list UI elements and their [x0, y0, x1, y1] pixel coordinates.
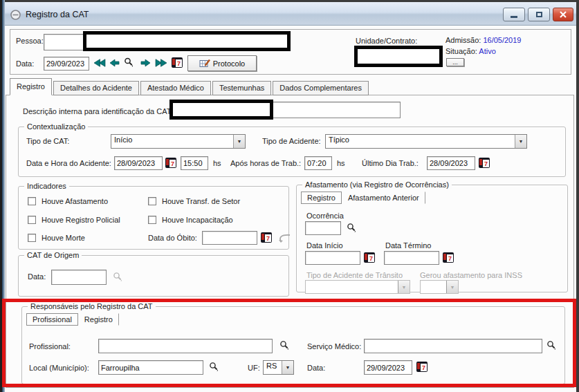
local-municipio-label: Local (Município): — [29, 364, 89, 372]
calendar-red-stripe — [365, 254, 367, 260]
data-obito-label: Data do Óbito: — [148, 234, 197, 242]
ultimo-dia-calendar-icon[interactable]: 7 — [479, 158, 490, 168]
nav-next-icon[interactable] — [140, 58, 151, 68]
pessoa-redaction-box — [83, 31, 291, 51]
data-acidente-input[interactable]: 28/09/2023 — [114, 156, 163, 170]
data-label: Data: — [16, 59, 34, 68]
data-termino-input[interactable] — [384, 251, 439, 265]
tipo-acidente-select[interactable]: Típico ▼ — [325, 134, 527, 149]
tipo-acidente-label: Tipo de Acidente: — [262, 137, 321, 145]
situacao-line: Situação: Ativo — [445, 47, 496, 55]
gerou-inss-select: ▼ — [420, 280, 459, 294]
afastamento-title: Afastamento (via Registro de Ocorrências… — [302, 180, 452, 189]
responsaveis-calendar-icon[interactable]: 7 — [416, 362, 428, 372]
indicadores-title: Indicadores — [24, 182, 69, 190]
nav-search-icon[interactable] — [124, 57, 134, 67]
close-button[interactable] — [553, 8, 573, 21]
hora-acidente-input[interactable]: 15:50 — [181, 156, 208, 170]
nav-last-icon[interactable] — [155, 58, 167, 68]
cat-origem-search-icon[interactable] — [113, 272, 123, 282]
app-icon[interactable] — [10, 9, 21, 21]
apos-horas-input[interactable]: 07:20 — [304, 156, 332, 170]
uf-label: UF: — [248, 364, 260, 372]
cat-origem-data-label: Data: — [28, 272, 46, 281]
responsaveis-tab-strip: Profissional Registro — [26, 311, 119, 326]
title-bar: Registro da CAT — [0, 0, 579, 26]
chevron-down-icon: ▼ — [515, 135, 526, 148]
cat-origem-title: CAT de Origem — [24, 251, 82, 259]
houve-incapacitacao-label: Houve Incapacitação — [162, 216, 233, 224]
calendar-page-glyph: 7 — [176, 59, 182, 67]
unidade-more-button[interactable]: ... — [446, 58, 464, 66]
responsaveis-groupbox: Responsáveis pelo Registro da CAT Profis… — [21, 306, 565, 384]
data-obito-input[interactable] — [202, 231, 257, 245]
responsaveis-tab-registro[interactable]: Registro — [78, 313, 119, 326]
responsaveis-data-input[interactable]: 29/09/2023 — [364, 360, 412, 375]
maximize-button[interactable] — [528, 8, 550, 21]
pessoa-code-input[interactable] — [44, 34, 84, 50]
data-input[interactable]: 29/09/2023 — [44, 57, 89, 71]
minimize-button[interactable] — [503, 8, 525, 21]
data-inicio-input[interactable] — [305, 251, 360, 265]
uf-value: RS — [264, 361, 282, 374]
houve-afastamento-checkbox[interactable] — [28, 197, 36, 205]
cat-origem-groupbox: CAT de Origem Data: — [18, 255, 289, 297]
responsaveis-title: Responsáveis pelo Registro da CAT — [28, 302, 156, 310]
tab-registro[interactable]: Registro — [10, 78, 52, 95]
tab-detalhes-do-acidente[interactable]: Detalhes do Acidente — [53, 81, 139, 95]
tipo-cat-select[interactable]: Início ▼ — [111, 134, 246, 149]
houve-registro-policial-checkbox[interactable] — [28, 216, 36, 224]
situacao-label: Situação: — [445, 47, 477, 55]
tipo-transito-value — [306, 281, 398, 293]
window-right-border — [576, 0, 579, 392]
calendar-page-glyph: 7 — [368, 254, 374, 262]
houve-morte-checkbox[interactable] — [28, 234, 36, 242]
tab-dados-complementares[interactable]: Dados Complementares — [273, 81, 369, 95]
servico-medico-search-icon[interactable] — [546, 340, 557, 351]
chevron-down-icon: ▼ — [233, 135, 245, 148]
unidade-redaction-box — [354, 46, 443, 67]
calendar-page-glyph: 7 — [483, 160, 489, 167]
uf-select[interactable]: RS ▼ — [263, 360, 294, 375]
hs-label: hs — [337, 159, 345, 167]
cat-origem-data-input[interactable] — [51, 270, 107, 285]
ocorrencia-search-icon[interactable] — [347, 223, 357, 233]
afastamento-tab-anterior[interactable]: Afastamento Anterior — [342, 192, 425, 204]
nav-previous-icon[interactable] — [109, 58, 120, 68]
hs-label: hs — [213, 159, 221, 167]
tab-atestado-medico[interactable]: Atestado Médico — [140, 81, 211, 95]
calendar-red-stripe — [417, 363, 420, 369]
calendar-page-glyph: 7 — [421, 364, 427, 371]
header-panel: Pessoa: Data: 29/09/2023 7 — [10, 29, 571, 75]
tab-testemunhas[interactable]: Testemunhas — [212, 81, 271, 95]
data-termino-calendar-icon[interactable]: 7 — [443, 252, 454, 263]
houve-incapacitacao-checkbox[interactable] — [148, 216, 156, 224]
ocorrencia-label: Ocorrência — [306, 212, 344, 220]
contextualizacao-title: Contextualização — [24, 122, 88, 131]
servico-medico-input[interactable] — [364, 339, 542, 353]
ultimo-dia-input[interactable]: 28/09/2023 — [427, 156, 475, 170]
houve-transf-setor-checkbox[interactable] — [148, 197, 156, 205]
data-inicio-calendar-icon[interactable]: 7 — [364, 252, 375, 263]
nav-first-icon[interactable] — [93, 58, 106, 68]
profissional-input[interactable] — [98, 339, 273, 353]
protocolo-button[interactable]: Protocolo — [187, 55, 257, 71]
local-search-icon[interactable] — [209, 362, 219, 372]
profissional-search-icon[interactable] — [279, 340, 290, 351]
situacao-value: Ativo — [479, 47, 495, 55]
data-obito-calendar-icon[interactable]: 7 — [261, 232, 272, 243]
unidade-contrato-label: Unidade/Contrato: — [356, 37, 417, 45]
responsaveis-tab-profissional[interactable]: Profissional — [26, 313, 78, 326]
data-calendar-icon[interactable]: 7 — [172, 57, 183, 68]
tipo-acidente-value: Típico — [326, 135, 515, 148]
registro-tab-page: Descrição interna para identificação da … — [6, 95, 574, 388]
data-acidente-calendar-icon[interactable]: 7 — [165, 158, 176, 168]
afastamento-tab-registro[interactable]: Registro — [301, 192, 342, 204]
maximize-icon — [536, 12, 542, 17]
protocolo-icon — [199, 59, 210, 68]
ocorrencia-input[interactable] — [305, 221, 341, 235]
admissao-line: Admissão: 16/05/2019 — [445, 36, 521, 44]
data-inicio-label: Data Início — [306, 241, 343, 250]
local-municipio-input[interactable]: Farroupilha — [98, 360, 203, 375]
calendar-red-stripe — [443, 254, 446, 260]
